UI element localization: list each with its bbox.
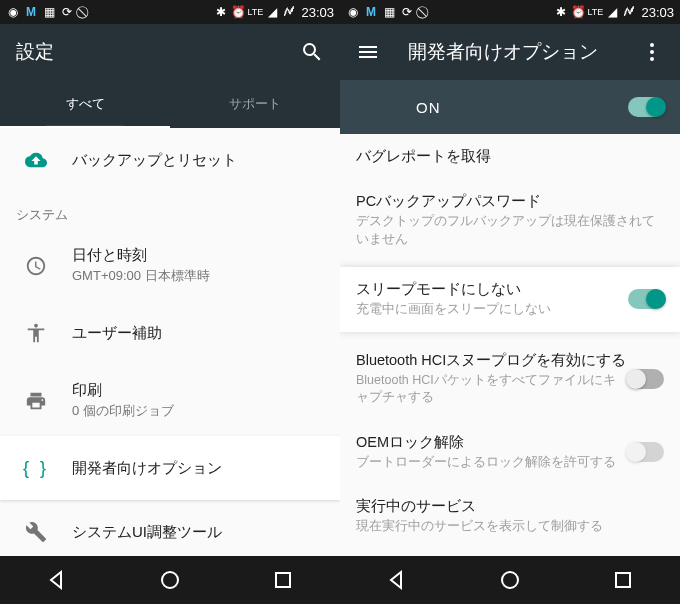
- master-switch[interactable]: [628, 97, 664, 117]
- nav-bar: [0, 556, 340, 604]
- photo-icon: ▦: [382, 5, 396, 19]
- hamburger-icon: [356, 40, 380, 64]
- svg-point-0: [162, 572, 178, 588]
- item-oem-unlock[interactable]: OEMロック解除ブートローダーによるロック解除を許可する: [340, 420, 680, 485]
- clock: 23:03: [641, 5, 674, 20]
- battery-charging-icon: 🗲: [282, 5, 296, 19]
- item-backup-reset[interactable]: バックアップとリセット: [0, 128, 340, 192]
- signal-icon: ◢: [605, 5, 619, 19]
- item-sublabel: 現在実行中のサービスを表示して制御する: [356, 518, 664, 536]
- block-icon: ⃠: [78, 5, 92, 19]
- item-sublabel: GMT+09:00 日本標準時: [72, 267, 324, 285]
- notif-icon-m: M: [24, 5, 38, 19]
- print-icon: [25, 390, 47, 412]
- notif-icon-m: M: [364, 5, 378, 19]
- alarm-icon: ⏰: [231, 5, 245, 19]
- signal-icon: ◢: [265, 5, 279, 19]
- battery-charging-icon: 🗲: [622, 5, 636, 19]
- item-sublabel: 充電中に画面をスリープにしない: [356, 301, 628, 319]
- item-bug-report[interactable]: バグレポートを取得: [340, 134, 680, 179]
- item-running-services[interactable]: 実行中のサービス現在実行中のサービスを表示して制御する: [340, 484, 680, 549]
- master-toggle-row[interactable]: ON: [340, 80, 680, 134]
- braces-icon: { }: [23, 458, 49, 479]
- toggle-label: ON: [416, 99, 628, 116]
- back-button[interactable]: [45, 568, 69, 592]
- item-accessibility[interactable]: ユーザー補助: [0, 301, 340, 365]
- item-developer-options[interactable]: { } 開発者向けオプション: [0, 436, 340, 500]
- settings-list: バックアップとリセット システム 日付と時刻GMT+09:00 日本標準時 ユー…: [0, 128, 340, 556]
- item-printing[interactable]: 印刷0 個の印刷ジョブ: [0, 365, 340, 436]
- notif-icon: ◉: [346, 5, 360, 19]
- developer-list: バグレポートを取得 PCバックアップパスワードデスクトップのフルバックアップは現…: [340, 134, 680, 556]
- item-bluetooth-hci[interactable]: Bluetooth HCIスヌープログを有効にするBluetooth HCIパケ…: [340, 338, 680, 420]
- accessibility-icon: [25, 322, 47, 344]
- overflow-button[interactable]: [640, 40, 664, 64]
- item-sublabel: デスクトップのフルバックアップは現在保護されていません: [356, 213, 664, 248]
- bluetooth-icon: ✱: [214, 5, 228, 19]
- item-sublabel: Bluetooth HCIパケットをすべてファイルにキャプチャする: [356, 372, 628, 407]
- sync-icon: ⟳: [400, 5, 414, 19]
- item-system-ui-tuner[interactable]: システムUI調整ツール: [0, 500, 340, 556]
- search-icon[interactable]: [300, 40, 324, 64]
- item-label: 印刷: [72, 381, 324, 400]
- svg-rect-1: [276, 573, 290, 587]
- item-label: 開発者向けオプション: [72, 459, 324, 478]
- bluetooth-icon: ✱: [554, 5, 568, 19]
- home-button[interactable]: [498, 568, 522, 592]
- item-label: スリープモードにしない: [356, 280, 628, 299]
- recent-button[interactable]: [271, 568, 295, 592]
- item-label: バックアップとリセット: [72, 151, 324, 170]
- item-label: OEMロック解除: [356, 433, 628, 452]
- nav-bar: [340, 556, 680, 604]
- clock: 23:03: [301, 5, 334, 20]
- tab-all[interactable]: すべて: [0, 80, 170, 128]
- wrench-icon: [25, 521, 47, 543]
- back-button[interactable]: [385, 568, 409, 592]
- item-pc-backup-password[interactable]: PCバックアップパスワードデスクトップのフルバックアップは現在保護されていません: [340, 179, 680, 261]
- item-sublabel: ブートローダーによるロック解除を許可する: [356, 454, 628, 472]
- oem-switch[interactable]: [628, 442, 664, 462]
- section-system: システム: [0, 192, 340, 230]
- page-title: 設定: [16, 39, 300, 65]
- lte-icon: LTE: [588, 5, 602, 19]
- alarm-icon: ⏰: [571, 5, 585, 19]
- home-button[interactable]: [158, 568, 182, 592]
- block-icon: ⃠: [418, 5, 432, 19]
- tab-support[interactable]: サポート: [170, 80, 340, 128]
- menu-button[interactable]: [356, 40, 380, 64]
- developer-options-screen: ◉ M ▦ ⟳ ⃠ ✱ ⏰ LTE ◢ 🗲 23:03 開発者向けオプション O…: [340, 0, 680, 604]
- item-label: Bluetooth HCIスヌープログを有効にする: [356, 351, 628, 370]
- item-sublabel: 0 個の印刷ジョブ: [72, 402, 324, 420]
- item-stay-awake[interactable]: スリープモードにしない充電中に画面をスリープにしない: [340, 267, 680, 332]
- svg-rect-3: [616, 573, 630, 587]
- item-label: システムUI調整ツール: [72, 523, 324, 542]
- svg-point-2: [502, 572, 518, 588]
- sync-icon: ⟳: [60, 5, 74, 19]
- item-file-encryption[interactable]: ファイル暗号化に変換する変換...: [340, 549, 680, 557]
- item-label: PCバックアップパスワード: [356, 192, 664, 211]
- recent-button[interactable]: [611, 568, 635, 592]
- lte-icon: LTE: [248, 5, 262, 19]
- stay-awake-switch[interactable]: [628, 289, 664, 309]
- settings-screen: ◉ M ▦ ⟳ ⃠ ✱ ⏰ LTE ◢ 🗲 23:03 設定 すべて サポート …: [0, 0, 340, 604]
- app-bar: 設定: [0, 24, 340, 80]
- item-label: 日付と時刻: [72, 246, 324, 265]
- item-label: バグレポートを取得: [356, 147, 664, 166]
- page-title: 開発者向けオプション: [408, 39, 640, 65]
- app-bar: 開発者向けオプション: [340, 24, 680, 80]
- notif-icon: ◉: [6, 5, 20, 19]
- status-bar: ◉ M ▦ ⟳ ⃠ ✱ ⏰ LTE ◢ 🗲 23:03: [340, 0, 680, 24]
- tabs: すべて サポート: [0, 80, 340, 128]
- photo-icon: ▦: [42, 5, 56, 19]
- cloud-icon: [25, 149, 47, 171]
- item-label: 実行中のサービス: [356, 497, 664, 516]
- bt-hci-switch[interactable]: [628, 369, 664, 389]
- item-date-time[interactable]: 日付と時刻GMT+09:00 日本標準時: [0, 230, 340, 301]
- clock-icon: [25, 255, 47, 277]
- status-bar: ◉ M ▦ ⟳ ⃠ ✱ ⏰ LTE ◢ 🗲 23:03: [0, 0, 340, 24]
- item-label: ユーザー補助: [72, 324, 324, 343]
